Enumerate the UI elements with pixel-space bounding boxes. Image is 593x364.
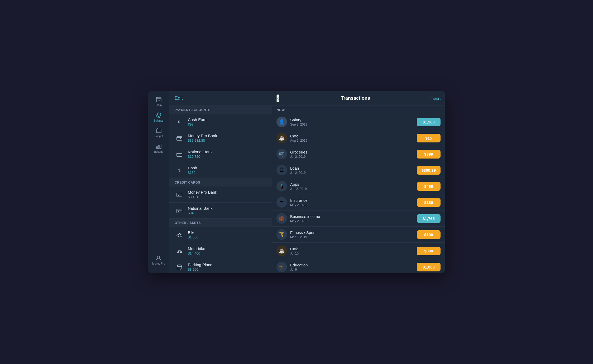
sidebar-item-profile[interactable]: Money Pro [152, 252, 165, 268]
insurance-date: May 2, 2019 [290, 203, 417, 207]
transaction-education[interactable]: 🎓 Education Jul 9 $1,000 [272, 259, 445, 273]
fitness-name: Fitness / Sport [290, 230, 417, 235]
groceries-icon: 🛒 [276, 149, 287, 159]
transactions-overlay: ‹ Transactions Import NEW 👤 Salary Sep 2… [272, 91, 445, 273]
business-info: Business income May 2, 2019 [290, 214, 417, 223]
balance-icon [156, 112, 162, 118]
import-button[interactable]: Import [429, 96, 441, 100]
sidebar-item-budget[interactable]: Budget [148, 125, 169, 140]
transaction-salary[interactable]: 👤 Salary Sep 2, 2019 $1,200 [272, 114, 445, 130]
transaction-cafe[interactable]: ☕ Cafe Aug 2, 2019 $15 [272, 130, 445, 146]
svg-point-9 [157, 256, 160, 258]
education-date: Jul 9 [290, 268, 417, 271]
app-container: 21 Today Balance Budget [148, 91, 445, 273]
svg-text:$: $ [178, 168, 180, 172]
transaction-insurance[interactable]: ☂ Insurance May 2, 2019 $180 [272, 194, 445, 210]
groceries-amount[interactable]: $399 [417, 150, 441, 159]
svg-rect-23 [177, 266, 182, 269]
svg-text:€: € [178, 120, 180, 124]
mpb-credit-icon [175, 190, 184, 199]
today-label: Today [155, 104, 162, 107]
apps-date: Jun 2, 2019 [290, 187, 417, 191]
euro-icon: € [175, 117, 184, 127]
business-amount[interactable]: $1,765 [417, 214, 441, 223]
loan-date: Jul 2, 2019 [290, 171, 417, 175]
wallet-icon [175, 133, 184, 143]
today-icon: 21 [156, 96, 162, 103]
insurance-info: Insurance May 2, 2019 [290, 198, 417, 207]
sidebar-item-reports[interactable]: Reports [148, 140, 169, 156]
motorbike-icon [175, 246, 184, 256]
svg-rect-7 [158, 145, 159, 149]
cash-icon: $ [175, 165, 184, 175]
education-amount[interactable]: $1,000 [417, 263, 441, 271]
business-icon: 💼 [276, 213, 287, 224]
groceries-info: Groceries Jul 2, 2019 [290, 150, 417, 159]
reports-icon [156, 143, 162, 149]
fitness-amount[interactable]: $100 [417, 230, 441, 239]
svg-rect-8 [160, 144, 161, 149]
national-bank-icon [175, 149, 184, 159]
business-name: Business income [290, 214, 417, 219]
cafe-jul-info: Cafe Jul 10 [290, 247, 417, 255]
parking-icon [175, 262, 184, 272]
bike-icon [175, 230, 184, 240]
other-assets-title: OTHER ASSETS [175, 221, 201, 225]
cafe-amount[interactable]: $15 [417, 134, 441, 142]
new-section-label: NEW [272, 106, 445, 114]
salary-date: Sep 2, 2019 [290, 123, 417, 126]
apps-info: Apps Jun 2, 2019 [290, 182, 417, 191]
transactions-title: Transactions [281, 95, 429, 101]
transaction-loan[interactable]: 🏛 Loan Jul 2, 2019 $300.99 [272, 162, 445, 178]
apps-amount[interactable]: $466 [417, 182, 441, 191]
cafe-jul-icon: ☕ [276, 246, 287, 256]
app-label: Money Pro [152, 262, 165, 265]
education-icon: 🎓 [276, 262, 287, 272]
salary-amount[interactable]: $1,200 [417, 118, 441, 126]
apps-icon: 📱 [276, 181, 287, 191]
back-button[interactable]: ‹ [276, 94, 279, 102]
transaction-groceries[interactable]: 🛒 Groceries Jul 2, 2019 $399 [272, 146, 445, 162]
svg-rect-5 [156, 129, 161, 133]
fitness-icon: 🏋 [276, 229, 287, 240]
loan-amount[interactable]: $300.99 [417, 166, 441, 175]
reports-label: Reports [154, 150, 163, 153]
loan-info: Loan Jul 2, 2019 [290, 166, 417, 175]
cafe-date: Aug 2, 2019 [290, 139, 417, 142]
sidebar-item-today[interactable]: 21 Today [148, 94, 169, 109]
svg-rect-18 [177, 209, 182, 213]
education-info: Education Jul 9 [290, 263, 417, 271]
svg-rect-17 [177, 193, 182, 197]
business-date: May 2, 2019 [290, 219, 417, 223]
salary-name: Salary [290, 118, 417, 122]
cafe-jul-date: Jul 10 [290, 252, 417, 255]
svg-rect-14 [177, 137, 182, 140]
cafe-icon: ☕ [276, 133, 287, 143]
fitness-info: Fitness / Sport Mar 2, 2019 [290, 230, 417, 239]
edit-button[interactable]: Edit [175, 95, 183, 101]
cafe-jul-amount[interactable]: $800 [417, 247, 441, 255]
nb-credit-icon [175, 206, 184, 215]
loan-name: Loan [290, 166, 417, 170]
insurance-amount[interactable]: $180 [417, 198, 441, 207]
sidebar-item-balance[interactable]: Balance [148, 109, 169, 125]
apps-name: Apps [290, 182, 417, 186]
cafe-info: Cafe Aug 2, 2019 [290, 134, 417, 142]
transactions-header: ‹ Transactions Import [272, 91, 445, 106]
insurance-icon: ☂ [276, 197, 287, 208]
sidebar-bottom: Money Pro [152, 252, 165, 270]
salary-icon: 👤 [276, 117, 287, 127]
transaction-cafe-jul[interactable]: ☕ Cafe Jul 10 $800 [272, 243, 445, 259]
transactions-list: NEW 👤 Salary Sep 2, 2019 $1,200 ☕ Cafe A… [272, 106, 445, 273]
main-content: Edit Balance + PAYMENT ACCOUNTS $48,249.… [169, 91, 445, 273]
salary-info: Salary Sep 2, 2019 [290, 118, 417, 126]
education-name: Education [290, 263, 417, 267]
transaction-fitness[interactable]: 🏋 Fitness / Sport Mar 2, 2019 $100 [272, 227, 445, 243]
budget-icon [156, 127, 162, 134]
transaction-apps[interactable]: 📱 Apps Jun 2, 2019 $466 [272, 178, 445, 194]
balance-label: Balance [154, 119, 163, 122]
budget-label: Budget [155, 135, 163, 138]
profile-icon [155, 255, 162, 261]
svg-text:21: 21 [158, 99, 160, 101]
transaction-business[interactable]: 💼 Business income May 2, 2019 $1,765 [272, 210, 445, 227]
